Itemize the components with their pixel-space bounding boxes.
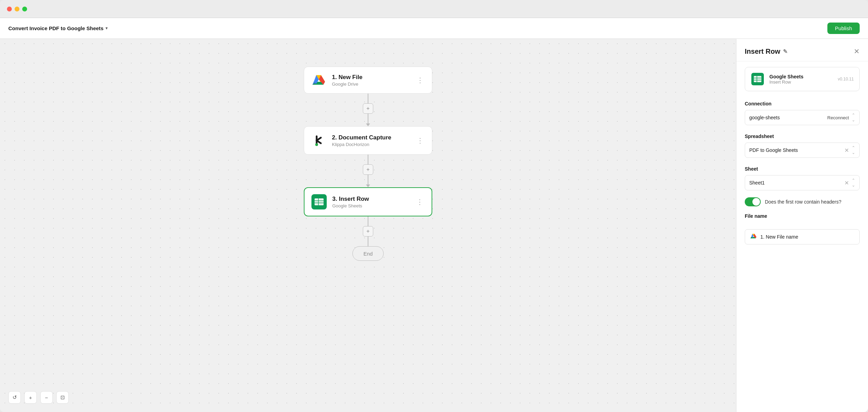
service-info: Google Sheets Insert Row [769,74,833,85]
publish-button[interactable]: Publish [827,23,860,34]
expand-icon[interactable]: ⌃⌄ [852,113,855,122]
svg-rect-8 [754,76,761,82]
svg-rect-0 [311,133,326,148]
close-button[interactable] [7,7,12,11]
expand-icon[interactable]: ⌃⌄ [852,178,855,188]
maximize-button[interactable] [22,7,27,11]
sheet-field-actions: ✕ ⌃⌄ [844,178,855,188]
zoom-in-button[interactable]: + [24,391,37,404]
arrow-icon [366,123,370,126]
connector-line [368,175,368,184]
step-1-subtitle: Google Drive [332,81,410,87]
step-card-3[interactable]: 3. Insert Row Google Sheets ⋮ [304,187,432,216]
reconnect-button[interactable]: Reconnect [827,115,849,120]
traffic-lights [7,7,27,11]
connection-field[interactable]: google-sheets Reconnect ⌃⌄ [745,110,860,125]
service-name: Google Sheets [769,74,833,79]
workflow-name: Convert Invoice PDF to Google Sheets [8,25,103,31]
connection-section: Connection google-sheets Reconnect ⌃⌄ [736,97,868,129]
klippa-icon [311,133,326,148]
service-action: Insert Row [769,79,833,85]
zoom-out-button[interactable]: − [40,391,53,404]
arrow-icon [366,184,370,187]
step-2-subtitle: Klippa DocHorizon [332,142,410,147]
chevron-down-icon: ▾ [106,26,108,31]
sheet-label: Sheet [745,166,860,172]
sheet-section: Sheet Sheet1 ✕ ⌃⌄ [736,162,868,195]
toggle-label: Does the first row contain headers? [765,199,841,205]
svg-point-1 [315,143,318,146]
step-3-menu-icon[interactable]: ⋮ [415,196,425,207]
step-3-title: 3. Insert Row [332,196,409,203]
step-1-title: 1. New File [332,74,410,81]
spreadsheet-value: PDF to Google Sheets [749,147,844,153]
flow-container: 1. New File Google Drive ⋮ + [304,67,432,261]
connection-label: Connection [745,101,860,106]
panel-title: Insert Row ✎ [745,48,787,55]
toolbar: Convert Invoice PDF to Google Sheets ▾ P… [0,18,868,39]
file-name-drive-icon [750,233,757,241]
toggle-knob [752,198,760,206]
step-card-2[interactable]: 2. Document Capture Klippa DocHorizon ⋮ [304,126,432,155]
close-panel-button[interactable]: ✕ [854,47,860,55]
add-step-button-3[interactable]: + [363,226,373,237]
service-google-sheets-icon [751,72,765,86]
connector-line [368,155,368,164]
minimize-button[interactable] [15,7,19,11]
step-3-info: 3. Insert Row Google Sheets [332,196,409,208]
expand-icon[interactable]: ⌃⌄ [852,145,855,155]
step-3-subtitle: Google Sheets [332,203,409,208]
canvas[interactable]: 1. New File Google Drive ⋮ + [0,39,736,412]
headers-toggle[interactable] [745,197,761,206]
svg-rect-3 [315,198,324,205]
clear-sheet-icon[interactable]: ✕ [844,180,849,186]
file-name-field[interactable]: 1. New File name [745,229,860,244]
toggle-row: Does the first row contain headers? [736,195,868,209]
connector-line [368,114,368,123]
main-content: 1. New File Google Drive ⋮ + [0,39,868,412]
spreadsheet-field-actions: ✕ ⌃⌄ [844,145,855,155]
sheet-value: Sheet1 [749,180,844,186]
step-card-1[interactable]: 1. New File Google Drive ⋮ [304,67,432,94]
connection-value: google-sheets [749,115,827,120]
google-drive-icon [311,73,326,87]
spreadsheet-label: Spreadsheet [745,134,860,139]
connector-line [368,94,368,103]
canvas-tools: ↺ + − ⊡ [8,391,69,404]
connector-2: + [363,155,373,187]
add-step-button-2[interactable]: + [363,164,373,175]
step-2-title: 2. Document Capture [332,134,410,141]
connector-line [368,237,368,246]
step-2-menu-icon[interactable]: ⋮ [415,135,425,146]
refresh-button[interactable]: ↺ [8,391,21,404]
step-1-menu-icon[interactable]: ⋮ [415,75,425,86]
connector-line [368,216,368,226]
right-panel: Insert Row ✎ ✕ Google Sheet [736,39,868,412]
connection-field-actions: Reconnect ⌃⌄ [827,113,855,122]
file-name-section: File name [736,209,868,226]
fit-button[interactable]: ⊡ [56,391,69,404]
title-bar [0,0,868,18]
service-card: Google Sheets Insert Row v0.10.11 [745,67,860,91]
end-node: End [352,246,384,261]
spreadsheet-section: Spreadsheet PDF to Google Sheets ✕ ⌃⌄ [736,129,868,162]
step-1-info: 1. New File Google Drive [332,74,410,87]
file-name-label: File name [745,213,860,219]
file-name-value: 1. New File name [760,234,798,240]
step-2-info: 2. Document Capture Klippa DocHorizon [332,134,410,147]
app-window: Convert Invoice PDF to Google Sheets ▾ P… [0,0,868,412]
google-sheets-icon [311,194,327,209]
add-step-button-1[interactable]: + [363,103,373,114]
spreadsheet-field[interactable]: PDF to Google Sheets ✕ ⌃⌄ [745,143,860,158]
workflow-title[interactable]: Convert Invoice PDF to Google Sheets ▾ [8,25,108,31]
service-version: v0.10.11 [838,77,854,81]
sheet-field[interactable]: Sheet1 ✕ ⌃⌄ [745,175,860,190]
panel-header: Insert Row ✎ ✕ [736,39,868,61]
edit-icon[interactable]: ✎ [783,48,787,55]
connector-3: + [363,216,373,246]
clear-spreadsheet-icon[interactable]: ✕ [844,147,849,154]
connector-1: + [363,94,373,126]
